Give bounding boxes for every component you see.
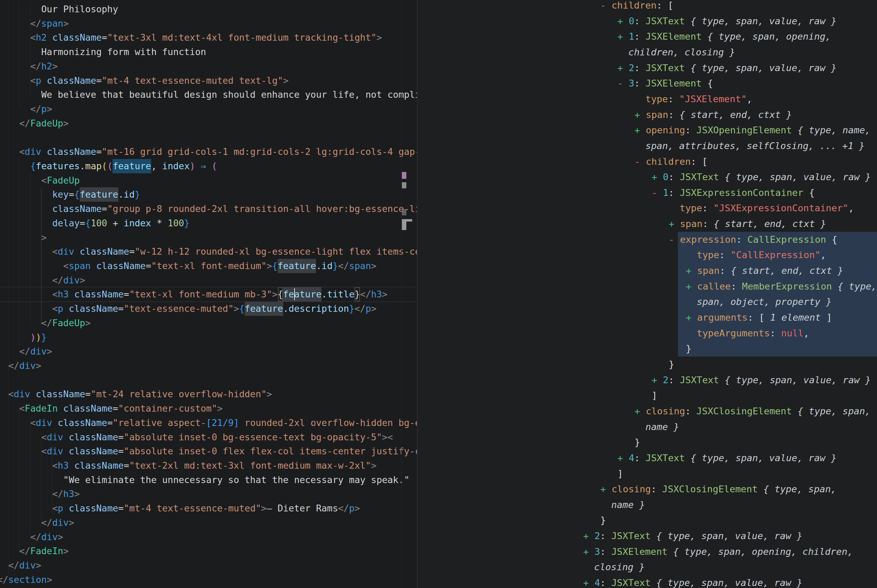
expand-toggle-icon[interactable]: + — [583, 575, 589, 588]
code-line[interactable]: </div> — [8, 558, 41, 573]
expand-toggle-icon[interactable]: + — [686, 263, 691, 279]
code-line[interactable]: className="group p-8 rounded-2xl transit… — [53, 202, 417, 216]
code-line[interactable]: <h3 className="text-xl font-medium mb-3"… — [53, 287, 387, 302]
code-line[interactable]: <div className="mt-16 grid grid-cols-1 m… — [19, 145, 417, 159]
code-line[interactable]: ))} — [30, 330, 47, 345]
ast-row[interactable]: } — [600, 513, 606, 528]
minimap-mark-purple[interactable] — [402, 172, 406, 179]
ast-row[interactable]: - 3: JSXElement { — [617, 75, 713, 91]
code-line[interactable]: </div> — [41, 516, 74, 530]
ast-row[interactable]: + 0: JSXText { type, span, value, raw } — [617, 14, 836, 29]
ast-row[interactable]: + closing: JSXClosingElement { type, spa… — [600, 482, 836, 497]
expand-toggle-icon[interactable]: + — [600, 482, 606, 497]
ast-row[interactable]: + 2: JSXText { type, span, value, raw } — [583, 528, 802, 544]
collapse-toggle-icon[interactable]: - — [634, 154, 640, 170]
code-line[interactable]: Harmonizing form with function — [41, 45, 206, 59]
code-line[interactable]: </FadeUp> — [41, 316, 91, 330]
expand-toggle-icon[interactable]: + — [583, 544, 589, 560]
code-line[interactable]: Our Philosophy — [41, 2, 119, 16]
code-line[interactable]: </h2> — [30, 59, 57, 74]
code-line[interactable]: <p className="mt-4 text-essence-muted te… — [30, 74, 288, 88]
code-line[interactable]: <p className="text-essence-muted">{featu… — [53, 302, 377, 316]
ast-row[interactable]: + callee: MemberExpression { type, — [686, 279, 877, 294]
code-line[interactable]: </div> — [19, 344, 52, 358]
expand-toggle-icon[interactable]: + — [652, 169, 657, 185]
ast-row[interactable]: + span: { start, end, ctxt } — [634, 107, 792, 123]
expand-toggle-icon[interactable]: + — [617, 450, 623, 466]
expand-toggle-icon[interactable]: + — [617, 60, 623, 76]
expand-toggle-icon[interactable]: + — [669, 216, 674, 232]
code-line[interactable]: <div className="absolute inset-0 flex fl… — [41, 444, 417, 458]
code-line[interactable]: delay={100 + index * 100} — [53, 216, 190, 230]
expand-toggle-icon[interactable]: + — [686, 310, 691, 326]
code-line[interactable]: <div className="relative aspect-[21/9] r… — [30, 416, 417, 430]
ast-row[interactable]: + opening: JSXOpeningElement { type, nam… — [634, 122, 871, 138]
ast-row[interactable]: + span: { start, end, ctxt } — [669, 216, 826, 232]
minimap-mark-gray[interactable] — [402, 222, 406, 230]
code-line[interactable]: </FadeUp> — [19, 116, 69, 130]
expand-toggle-icon[interactable]: + — [686, 279, 691, 294]
code-line[interactable]: > — [41, 230, 47, 245]
code-line[interactable]: "We eliminate the unnecessary so that th… — [63, 473, 409, 487]
ast-row[interactable]: type: "JSXExpressionContainer", — [680, 200, 854, 216]
expand-toggle-icon[interactable]: + — [634, 122, 640, 138]
collapse-toggle-icon[interactable]: - — [600, 0, 606, 14]
ast-row[interactable]: - 1: JSXExpressionContainer { — [652, 185, 815, 201]
code-line[interactable]: </p> — [30, 102, 52, 116]
code-line[interactable]: <span className="text-xl font-medium">{f… — [63, 259, 377, 273]
ast-row[interactable]: + closing: JSXClosingElement { type, spa… — [634, 404, 871, 419]
code-line[interactable]: </div> — [8, 358, 41, 373]
code-editor-panel[interactable]: Our Philosophy</span><h2 className="text… — [0, 0, 417, 588]
ast-row[interactable]: name } — [611, 497, 645, 513]
ast-row[interactable]: + span: { start, end, ctxt } — [686, 263, 843, 279]
code-line[interactable]: <h3 className="text-2xl md:text-3xl font… — [53, 458, 377, 473]
code-line[interactable]: <div className="w-12 h-12 rounded-xl bg-… — [53, 244, 417, 259]
ast-row[interactable]: + 4: JSXText { type, span, value, raw } — [617, 450, 836, 466]
ast-row[interactable]: + arguments: [ 1 element ] — [686, 310, 832, 326]
code-line[interactable]: We believe that beautiful design should … — [41, 87, 417, 102]
ast-row[interactable]: - expression: CallExpression { — [669, 232, 837, 248]
ast-row[interactable]: } — [669, 357, 674, 372]
collapse-toggle-icon[interactable]: - — [669, 232, 674, 248]
ast-row[interactable]: + 0: JSXText { type, span, value, raw } — [652, 169, 871, 185]
code-line[interactable]: <p className="mt-4 text-essence-muted">—… — [53, 501, 360, 516]
ast-row[interactable]: + 4: JSXText { type, span, value, raw } — [583, 575, 802, 588]
ast-row[interactable]: children, closing } — [628, 45, 735, 60]
code-line[interactable]: </span> — [30, 16, 69, 31]
expand-toggle-icon[interactable]: + — [634, 404, 640, 419]
code-line[interactable]: </h3> — [53, 487, 80, 501]
code-line[interactable]: key={feature.id} — [53, 188, 140, 202]
ast-row[interactable]: span, object, property } — [697, 294, 832, 310]
ast-row[interactable]: closing } — [594, 559, 645, 575]
ast-row[interactable]: ] — [617, 466, 623, 482]
code-line[interactable]: <h2 className="text-3xl md:text-4xl font… — [30, 30, 382, 45]
collapse-toggle-icon[interactable]: - — [652, 185, 657, 201]
collapse-toggle-icon[interactable]: - — [617, 75, 623, 91]
ast-row[interactable]: ] — [652, 388, 657, 404]
minimap-mark-gray[interactable] — [402, 219, 412, 222]
code-line[interactable]: <FadeUp — [41, 173, 80, 188]
code-line[interactable]: </div> — [53, 273, 85, 288]
ast-row[interactable]: } — [634, 435, 640, 450]
ast-row[interactable]: } — [686, 341, 691, 357]
code-line[interactable]: </section> — [0, 573, 53, 587]
ast-row[interactable]: typeArguments: null, — [697, 326, 809, 341]
ast-row[interactable]: + 2: JSXText { type, span, value, raw } — [617, 60, 836, 76]
expand-toggle-icon[interactable]: + — [617, 29, 623, 45]
minimap-mark-gray[interactable] — [402, 209, 406, 215]
code-line[interactable]: {features.map((feature, index) ⇒ ( — [30, 159, 217, 173]
ast-row[interactable]: type: "JSXElement", — [646, 91, 752, 107]
code-line[interactable]: <div className="mt-24 relative overflow-… — [8, 387, 272, 401]
ast-row[interactable]: + 2: JSXText { type, span, value, raw } — [652, 372, 871, 388]
ast-row[interactable]: + 1: JSXElement { type, span, opening, — [617, 29, 831, 45]
ast-row[interactable]: - children: [ — [634, 154, 708, 170]
expand-toggle-icon[interactable]: + — [583, 528, 589, 544]
ast-row[interactable]: name } — [646, 419, 679, 435]
ast-row[interactable]: - children: [ — [600, 0, 673, 14]
code-line[interactable]: <FadeIn className="container-custom"> — [19, 401, 223, 416]
ast-row[interactable]: + 3: JSXElement { type, span, opening, c… — [583, 544, 853, 560]
minimap-mark-gray[interactable] — [402, 182, 406, 188]
ast-row[interactable]: span, attributes, selfClosing, ... +1 } — [646, 138, 865, 154]
expand-toggle-icon[interactable]: + — [617, 14, 623, 29]
expand-toggle-icon[interactable]: + — [634, 107, 640, 123]
